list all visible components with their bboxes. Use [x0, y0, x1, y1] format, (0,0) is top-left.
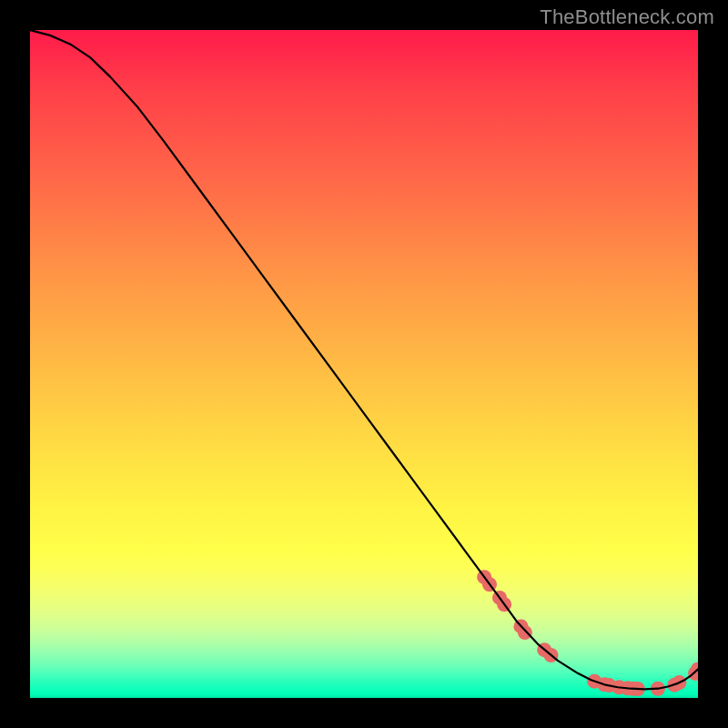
data-point [587, 674, 602, 689]
gradient-plot-area [30, 30, 698, 698]
data-point [602, 678, 616, 693]
data-markers [477, 570, 698, 696]
chart-overlay-svg [30, 30, 698, 698]
data-point [612, 680, 626, 694]
data-point [513, 619, 528, 633]
data-point [537, 642, 551, 657]
data-point [497, 597, 511, 612]
chart-stage: TheBottleneck.com [0, 0, 728, 728]
data-point [688, 666, 698, 681]
curve-line [30, 30, 698, 689]
data-point [621, 681, 635, 695]
data-point [631, 682, 645, 696]
data-point [492, 591, 507, 605]
data-point [626, 682, 641, 696]
data-point [482, 577, 497, 592]
data-point [691, 662, 698, 676]
data-point [672, 675, 686, 690]
data-point [597, 677, 612, 692]
data-point [651, 682, 665, 696]
data-point [477, 570, 491, 584]
data-point [544, 648, 559, 662]
data-point [667, 678, 682, 693]
watermark-text: TheBottleneck.com [540, 5, 714, 29]
data-point [518, 625, 532, 640]
